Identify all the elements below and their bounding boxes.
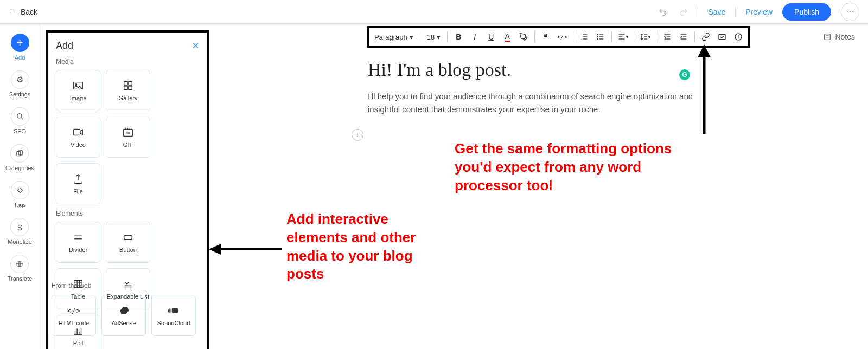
chevron-down-icon: ▾ xyxy=(437,33,441,41)
notes-button[interactable]: Notes xyxy=(823,33,855,41)
globe-icon xyxy=(10,255,29,273)
chevron-down-icon: ▾ xyxy=(410,33,413,41)
undo-button[interactable] xyxy=(659,7,668,17)
separator xyxy=(735,7,736,17)
svg-text:3: 3 xyxy=(581,37,583,40)
back-button[interactable]: ← Back xyxy=(9,8,37,16)
dollar-icon: $ xyxy=(10,218,29,236)
style-dropdown[interactable]: Paragraph▾ xyxy=(372,32,416,42)
svg-rect-33 xyxy=(172,308,173,312)
image-block-button[interactable] xyxy=(716,30,729,43)
svg-rect-58 xyxy=(719,34,725,39)
save-button[interactable]: Save xyxy=(708,8,725,16)
sidebar-add[interactable]: + Add xyxy=(11,34,29,61)
header-actions: Save Preview Publish ⋯ xyxy=(659,3,859,21)
notes-icon xyxy=(823,33,832,41)
redo-button[interactable] xyxy=(678,7,688,17)
annotation-right: Get the same formatting options you'd ex… xyxy=(455,140,688,195)
sidebar-item-monetize[interactable]: $ Monetize xyxy=(8,218,32,245)
svg-rect-9 xyxy=(129,82,132,85)
tile-html-code[interactable]: </>HTML code xyxy=(52,295,96,336)
tile-gallery[interactable]: Gallery xyxy=(106,70,150,111)
svg-point-0 xyxy=(17,114,21,118)
sidebar-add-label: Add xyxy=(15,54,25,61)
tag-icon xyxy=(11,181,29,199)
close-icon[interactable]: ✕ xyxy=(192,41,199,51)
underline-button[interactable]: U xyxy=(484,30,497,43)
italic-button[interactable]: I xyxy=(468,30,481,43)
tile-gif[interactable]: GIFGIF xyxy=(106,117,150,158)
svg-text:GIF: GIF xyxy=(125,132,131,135)
sidebar-item-tags[interactable]: Tags xyxy=(11,181,29,208)
adsense-icon: ⬣ xyxy=(118,305,130,316)
svg-rect-10 xyxy=(124,86,127,89)
code-icon: </> xyxy=(68,305,80,316)
svg-rect-30 xyxy=(168,309,169,313)
svg-line-1 xyxy=(21,118,23,120)
add-block-button[interactable]: + xyxy=(352,129,363,141)
tile-image[interactable]: Image xyxy=(56,70,100,111)
svg-rect-32 xyxy=(171,309,171,312)
svg-marker-66 xyxy=(209,244,221,255)
annotation-left: Add interactive elements and other media… xyxy=(286,210,449,283)
tile-divider[interactable]: Divider xyxy=(56,222,100,263)
more-button[interactable]: ⋯ xyxy=(841,3,859,21)
left-sidebar: + Add ⚙ Settings SEO Categories Tags $ M… xyxy=(0,24,40,349)
arrow-right-annotation xyxy=(693,44,715,137)
svg-rect-8 xyxy=(124,82,127,85)
indent-decrease-button[interactable] xyxy=(661,30,674,43)
plus-icon: + xyxy=(11,34,29,52)
web-section-label: From the web xyxy=(52,282,203,289)
media-grid: Image Gallery Video GIFGIF File xyxy=(56,70,199,204)
sidebar-item-categories[interactable]: Categories xyxy=(5,144,34,171)
svg-point-43 xyxy=(597,34,598,35)
svg-marker-68 xyxy=(698,44,711,57)
indent-increase-button[interactable] xyxy=(677,30,690,43)
tile-file[interactable]: File xyxy=(56,163,100,204)
align-button[interactable]: ▾ xyxy=(616,30,629,43)
arrow-left-annotation xyxy=(209,238,285,260)
svg-point-45 xyxy=(597,38,598,39)
tile-soundcloud[interactable]: SoundCloud xyxy=(151,295,196,336)
media-section-label: Media xyxy=(56,58,199,66)
post-title[interactable]: Hi! I'm a blog post. xyxy=(368,60,693,80)
info-button[interactable] xyxy=(732,30,745,43)
fontsize-dropdown[interactable]: 18▾ xyxy=(425,32,443,42)
grammarly-icon[interactable]: G xyxy=(679,69,690,80)
sidebar-item-settings[interactable]: ⚙ Settings xyxy=(9,70,31,98)
cards-icon xyxy=(10,144,29,163)
quote-button[interactable]: ❝ xyxy=(539,30,552,43)
svg-point-4 xyxy=(18,189,18,189)
publish-button[interactable]: Publish xyxy=(782,3,831,21)
add-panel-title: Add xyxy=(56,40,73,51)
svg-point-61 xyxy=(738,35,739,36)
search-icon xyxy=(11,107,29,126)
post-content[interactable]: Hi! I'm a blog post. I'll help you to fi… xyxy=(368,60,693,116)
numbered-list-button[interactable]: 123 xyxy=(578,30,591,43)
line-height-button[interactable]: ▾ xyxy=(639,30,652,43)
sidebar-item-seo[interactable]: SEO xyxy=(11,107,29,134)
svg-rect-17 xyxy=(124,235,132,239)
bullet-list-button[interactable] xyxy=(594,30,607,43)
bold-button[interactable]: B xyxy=(452,30,465,43)
top-header: ← Back Save Preview Publish ⋯ xyxy=(0,0,868,24)
svg-rect-11 xyxy=(129,86,132,89)
soundcloud-icon xyxy=(168,305,180,316)
tile-button[interactable]: Button xyxy=(106,222,150,263)
sidebar-item-translate[interactable]: Translate xyxy=(8,255,32,282)
separator xyxy=(698,7,698,17)
tile-video[interactable]: Video xyxy=(56,117,100,158)
highlight-button[interactable] xyxy=(517,30,530,43)
gear-icon: ⚙ xyxy=(11,70,29,89)
text-color-button[interactable]: A xyxy=(501,30,514,43)
elements-section-label: Elements xyxy=(56,210,199,217)
back-label: Back xyxy=(21,8,37,16)
svg-point-44 xyxy=(597,36,598,37)
code-button[interactable]: </> xyxy=(556,30,569,43)
svg-rect-31 xyxy=(169,308,170,312)
post-body[interactable]: I'll help you to find your audience thro… xyxy=(368,90,693,116)
arrow-left-icon: ← xyxy=(9,8,16,16)
tile-adsense[interactable]: ⬣AdSense xyxy=(101,295,146,336)
preview-button[interactable]: Preview xyxy=(745,8,773,16)
link-button[interactable] xyxy=(699,30,712,43)
